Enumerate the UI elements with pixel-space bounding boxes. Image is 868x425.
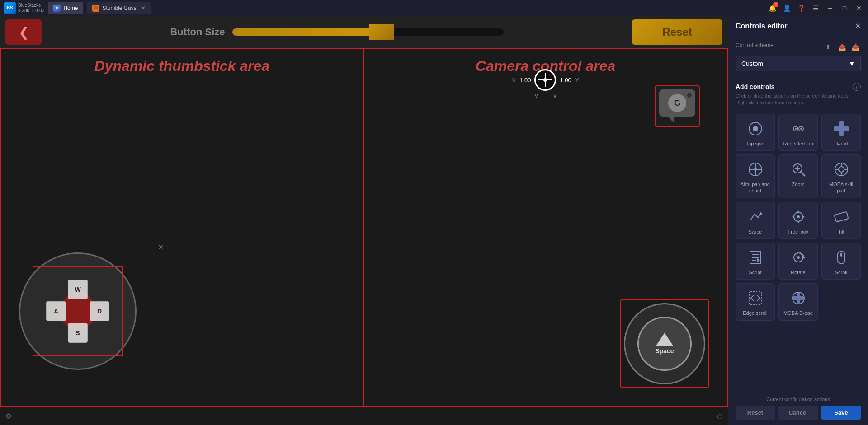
reset-top-button[interactable]: Reset (632, 19, 722, 45)
play-area: Dynamic thumbstick area ✕ (0, 48, 728, 407)
tap-spot-icon (746, 120, 764, 138)
control-aim-pan-shoot[interactable]: Aim, pan and shoot (736, 154, 775, 198)
right-zone: Camera control area X 1.00 1.00 Y (364, 48, 728, 407)
svg-marker-33 (757, 258, 760, 262)
dropdown-arrow-icon: ▼ (849, 60, 855, 67)
rotate-icon (789, 248, 807, 266)
g-control[interactable]: G (655, 85, 700, 127)
menu-button[interactable]: ☰ (810, 3, 821, 14)
back-button[interactable]: ❮ (5, 19, 42, 45)
dpad-cross: W A D S (46, 280, 109, 343)
scheme-export-icon[interactable]: 📤 (836, 42, 847, 52)
dpad-container: ✕ W A D (19, 252, 137, 370)
repeated-tap-icon (789, 120, 807, 138)
maximize-button[interactable]: □ (839, 3, 850, 14)
footer-save-button[interactable]: Save (821, 406, 861, 420)
game-bottombar: ⚙ ⬡ (0, 407, 728, 425)
moba-dpad-label: MOBA D-pad (783, 310, 813, 316)
notifications-button[interactable]: 🔔 4 (767, 3, 778, 14)
dpad-key-left[interactable]: A (46, 301, 66, 321)
control-rotate[interactable]: Rotate (778, 243, 818, 280)
control-tap-spot[interactable]: Tap spot (736, 114, 775, 151)
tab-home[interactable]: 🏠 Home (48, 2, 83, 14)
add-controls-section: Add controls i Click or drag the actions… (728, 77, 868, 391)
controls-panel: Controls editor ✕ Control scheme ⬆ 📤 📥 C… (728, 16, 868, 425)
help-button[interactable]: ❓ (796, 3, 807, 14)
close-tab-icon[interactable]: ✕ (141, 5, 146, 11)
svg-point-13 (754, 168, 757, 171)
panel-footer: Current configuration actions Reset Canc… (728, 391, 868, 425)
repeated-tap-label: Repeated tap (783, 140, 813, 147)
crosshair-icon[interactable] (535, 69, 557, 91)
scheme-import-icon[interactable]: 📥 (850, 42, 861, 52)
panel-header: Controls editor ✕ (728, 16, 868, 36)
tab-stumble-guys[interactable]: 🎮 Stumble Guys ✕ (87, 2, 151, 14)
control-moba-skill-pad[interactable]: MOBA skill pad (821, 154, 861, 198)
button-size-slider[interactable] (232, 23, 504, 41)
space-control[interactable]: Space (620, 299, 709, 388)
control-zoom[interactable]: Zoom (778, 154, 818, 198)
control-moba-dpad[interactable]: MOBA D-pad (778, 283, 818, 320)
control-script[interactable]: Script (736, 243, 775, 280)
dpad-key-right[interactable]: D (90, 301, 109, 321)
control-repeated-tap[interactable]: Repeated tap (778, 114, 818, 151)
svg-point-5 (800, 128, 802, 130)
script-label: Script (749, 269, 761, 276)
dpad-inner: W A D S (20, 254, 135, 369)
g-dot (687, 93, 692, 98)
control-dpad[interactable]: D-pad (821, 114, 861, 151)
footer-actions: Reset Cancel Save (736, 406, 861, 420)
scheme-header-row: Control scheme ⬆ 📤 📥 (736, 42, 861, 52)
footer-cancel-button[interactable]: Cancel (778, 406, 818, 420)
control-edge-scroll[interactable]: Edge scroll (736, 283, 775, 320)
minimize-button[interactable]: ─ (825, 3, 835, 14)
edge-scroll-label: Edge scroll (743, 310, 767, 316)
bluestacks-icon: BS (4, 2, 16, 14)
resize-icon[interactable]: ⬡ (717, 413, 722, 420)
bluestacks-logo: BS BlueStacks 4.280.1.1002 (4, 2, 44, 14)
footer-reset-button[interactable]: Reset (736, 406, 775, 420)
moba-skill-pad-label: MOBA skill pad (825, 181, 858, 194)
panel-close-button[interactable]: ✕ (855, 22, 861, 30)
control-tilt[interactable]: Tilt (821, 202, 861, 239)
title-bar: BS BlueStacks 4.280.1.1002 🏠 Home 🎮 Stum… (0, 0, 868, 16)
add-controls-info-icon[interactable]: i (853, 83, 861, 91)
slider-thumb[interactable] (369, 24, 394, 40)
swipe-icon (746, 208, 764, 226)
scheme-upload-icon[interactable]: ⬆ (823, 42, 834, 52)
slider-track (232, 28, 504, 36)
speech-tail (668, 117, 674, 123)
controls-grid: Tap spot Repeated tap (736, 114, 861, 321)
add-controls-header: Add controls i (736, 83, 861, 91)
left-zone: Dynamic thumbstick area ✕ (0, 48, 364, 407)
dpad-key-down[interactable]: S (68, 323, 88, 343)
crosshair-coords: X 1.00 1.00 Y (512, 69, 579, 91)
g-button-circle: G (668, 94, 686, 112)
tilt-label: Tilt (838, 229, 844, 235)
dpad-label: D-pad (835, 140, 848, 147)
dpad-key-up[interactable]: W (68, 280, 88, 299)
aim-pan-shoot-icon (746, 160, 764, 178)
window-controls: 🔔 4 👤 ❓ ☰ ─ □ ✕ (767, 3, 864, 14)
close-button[interactable]: ✕ (854, 3, 864, 14)
svg-point-1 (753, 126, 758, 131)
moba-skill-pad-icon (832, 160, 850, 178)
control-scroll[interactable]: Scroll (821, 243, 861, 280)
svg-point-35 (797, 256, 800, 259)
dpad-close[interactable]: ✕ (158, 243, 164, 251)
space-inner: Space (637, 317, 692, 371)
control-free-look[interactable]: Free look (778, 202, 818, 239)
scheme-dropdown[interactable]: Custom ▼ (736, 56, 861, 71)
space-outer-circle: Space (624, 303, 705, 384)
settings-icon[interactable]: ⚙ (5, 412, 12, 420)
button-size-container: Button Size (47, 23, 627, 41)
control-swipe[interactable]: Swipe (736, 202, 775, 239)
zoom-icon (789, 160, 807, 178)
svg-point-4 (795, 128, 797, 130)
svg-line-15 (801, 172, 805, 176)
rotate-label: Rotate (791, 269, 805, 276)
account-button[interactable]: 👤 (781, 3, 792, 14)
dpad-icon (832, 120, 850, 138)
zoom-label: Zoom (792, 181, 804, 187)
dpad-outer-circle: W A D S (19, 252, 137, 370)
